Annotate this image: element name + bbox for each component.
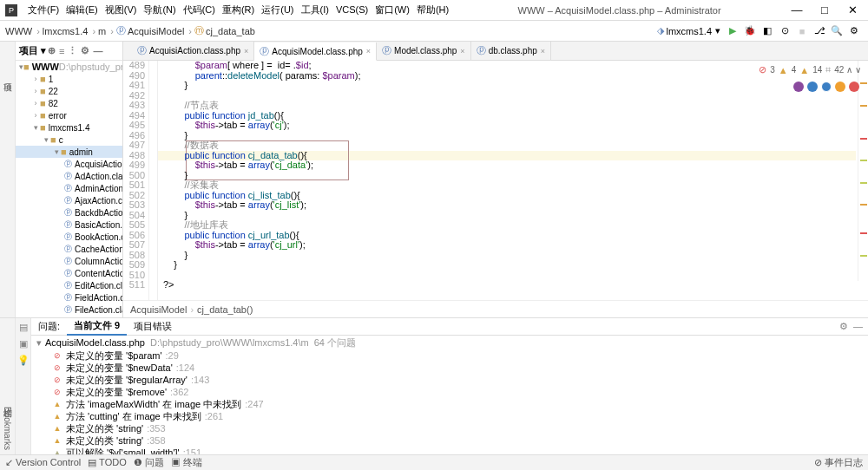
problem-row[interactable]: ▲可以解除 '$v['small_width']':151 xyxy=(31,447,868,454)
editor-breadcrumb: AcquisiModel › cj_data_tab() xyxy=(123,300,868,317)
nav-crumb[interactable]: cj_data_tab xyxy=(206,26,255,36)
problem-row[interactable]: ▲未定义的类 'string':353 xyxy=(31,422,868,434)
problem-row[interactable]: ▲未定义的类 'string':358 xyxy=(31,434,868,447)
problem-row[interactable]: ⊘未定义的变量 '$newData':124 xyxy=(31,362,868,374)
settings-icon[interactable]: ⚙ xyxy=(847,24,861,38)
project-header: 项目 ▾ ⊕ ≡ ⋮ ⚙ — xyxy=(16,42,122,61)
menu-item[interactable]: 工具(I) xyxy=(298,4,332,15)
minimap[interactable] xyxy=(858,61,868,281)
problems-tab[interactable]: 项目错误 xyxy=(127,318,179,336)
nav-crumb[interactable]: AcquisiModel xyxy=(128,26,184,36)
debug-icon[interactable]: 🐞 xyxy=(743,24,757,38)
minimize-button[interactable]: — xyxy=(786,3,807,16)
tree-row[interactable]: ⓟAdAction.class.php xyxy=(16,170,122,182)
problems-tab[interactable]: 当前文件 9 xyxy=(67,318,127,336)
window-title: WWW – AcquisiModel.class.php – Administr… xyxy=(452,5,786,16)
tree-row[interactable]: ›■82 xyxy=(16,97,122,109)
profile-icon[interactable]: ⊙ xyxy=(778,24,792,38)
problems-tab[interactable]: 问题: xyxy=(31,318,67,336)
hide-icon[interactable]: — xyxy=(93,46,102,56)
editor-tab[interactable]: ⓟAcquisiModel.class.php× xyxy=(254,42,377,61)
search-icon[interactable]: 🔍 xyxy=(830,24,844,38)
editor-area: ⓟAcquisiAction.class.php×ⓟAcquisiModel.c… xyxy=(123,42,868,317)
tree-row[interactable]: ⓟCacheAction.class.ph xyxy=(16,243,122,255)
problems-tabs: 问题: 当前文件 9 项目错误 ⚙ — xyxy=(31,318,868,336)
browser-icons[interactable] xyxy=(793,82,859,92)
menu-item[interactable]: 视图(V) xyxy=(102,4,141,15)
tool-tab[interactable]: ▤ TODO xyxy=(88,457,126,468)
tool-tab[interactable]: ▣ 终端 xyxy=(171,456,202,469)
tree-row[interactable]: ▾■lmxcms1.4 xyxy=(16,121,122,134)
tree-row[interactable]: ⓟAcquisiAction.class.p xyxy=(16,158,122,170)
bulb-icon[interactable]: 💡 xyxy=(17,355,30,366)
expand-icon[interactable]: ▤ xyxy=(19,322,28,333)
tree-row[interactable]: ›■error xyxy=(16,109,122,121)
problem-file-path: D:\phpstudy_pro\WWW\lmxcms1.4\m xyxy=(150,337,309,348)
problem-row[interactable]: ⊘未定义的变量 '$param':29 xyxy=(31,349,868,362)
hide-icon[interactable]: — xyxy=(853,321,863,332)
menu-item[interactable]: 编辑(E) xyxy=(62,4,102,15)
tool-tab[interactable]: ❶ 问题 xyxy=(134,456,164,469)
tree-row[interactable]: ⓟBasicAction.class.ph xyxy=(16,219,122,231)
collapse-icon[interactable]: ≡ xyxy=(59,46,64,56)
run-config[interactable]: lmxcms1.4 xyxy=(666,26,712,36)
tree-row[interactable]: ⓟBookAction.class.ph xyxy=(16,231,122,243)
nav-crumb[interactable]: WWW xyxy=(5,26,32,36)
settings-icon[interactable]: ⚙ xyxy=(839,321,848,332)
menu-item[interactable]: 代码(C) xyxy=(180,4,219,15)
editor-tab[interactable]: ⓟModel.class.php× xyxy=(377,42,471,60)
close-button[interactable]: ✕ xyxy=(842,3,863,16)
nav-toolbar: WWW› lmxcms1.4› m› ⓟ AcquisiModel› ⓜ cj_… xyxy=(0,21,868,42)
problem-count: 64 个问题 xyxy=(314,336,356,349)
tree-row[interactable]: ▾■WWW D:\phpstudy_pro\WWW xyxy=(16,61,122,73)
maximize-button[interactable]: □ xyxy=(814,3,835,16)
main-menu: 文件(F)编辑(E)视图(V)导航(N)代码(C)重构(R)运行(U)工具(I)… xyxy=(24,3,452,16)
tree-row[interactable]: ⓟBackdbAction.class.p xyxy=(16,206,122,219)
menu-item[interactable]: 导航(N) xyxy=(140,4,179,15)
run-icon[interactable]: ▶ xyxy=(726,24,740,38)
menu-item[interactable]: VCS(S) xyxy=(332,4,372,15)
problem-row[interactable]: ⊘未定义的变量 '$regularArray':143 xyxy=(31,374,868,386)
editor-tab[interactable]: ⓟAcquisiAction.class.php× xyxy=(132,42,254,60)
nav-crumb[interactable]: m xyxy=(98,26,106,36)
problem-row[interactable]: ▲方法 'imageMaxWidth' 在 image 中未找到:247 xyxy=(31,398,868,410)
line-numbers: 4894904914924934944954964974984995005015… xyxy=(123,61,149,300)
tree-row[interactable]: ›■22 xyxy=(16,85,122,97)
problem-file-name: AcquisiModel.class.php xyxy=(45,337,145,348)
problem-row[interactable]: ▲方法 'cutting' 在 image 中未找到:261 xyxy=(31,410,868,422)
select-opened-icon[interactable]: ⊕ xyxy=(48,45,56,56)
tool-tab[interactable]: ↙ Version Control xyxy=(5,457,81,468)
breadcrumb-item[interactable]: cj_data_tab() xyxy=(197,304,253,315)
settings-icon[interactable]: ⚙ xyxy=(81,45,89,56)
inspection-summary[interactable]: ⊘3 ▲4 ▲14 ⌗42 ∧ ∨ xyxy=(759,64,861,75)
tree-row[interactable]: ▾■c xyxy=(16,134,122,146)
tree-row[interactable]: ▾■admin xyxy=(16,146,122,158)
title-bar: P 文件(F)编辑(E)视图(V)导航(N)代码(C)重构(R)运行(U)工具(… xyxy=(0,0,868,21)
menu-item[interactable]: 重构(R) xyxy=(219,4,258,15)
filter-icon[interactable]: ▣ xyxy=(19,338,28,349)
menu-item[interactable]: 帮助(H) xyxy=(413,4,452,15)
problem-row[interactable]: ⊘未定义的变量 '$remove':362 xyxy=(31,386,868,398)
event-log-tab[interactable]: ⊘ 事件日志 xyxy=(814,456,863,469)
stop-icon[interactable]: ■ xyxy=(795,24,809,38)
menu-item[interactable]: 窗口(W) xyxy=(372,4,413,15)
problem-file-row[interactable]: ▾ AcquisiModel.class.php D:\phpstudy_pro… xyxy=(31,336,868,349)
options-icon[interactable]: ⋮ xyxy=(68,45,77,56)
tree-row[interactable]: ⓟContentAction.class. xyxy=(16,267,122,279)
breadcrumb-item[interactable]: AcquisiModel xyxy=(130,304,187,315)
tree-row[interactable]: ⓟAdminAction.class.ph xyxy=(16,182,122,194)
menu-item[interactable]: 运行(U) xyxy=(258,4,297,15)
tree-row[interactable]: ⓟAjaxAction.class.php xyxy=(16,194,122,206)
tree-row[interactable]: ›■1 xyxy=(16,73,122,85)
coverage-icon[interactable]: ◧ xyxy=(760,24,774,38)
tree-row[interactable]: ⓟEditAction.class.php xyxy=(16,279,122,291)
tree-row[interactable]: ⓟFileAction.class.php xyxy=(16,304,122,316)
code-editor[interactable]: $param[ where ] = id= .$id; parent::dele… xyxy=(158,61,868,300)
bookmarks-tab[interactable]: Bookmarks xyxy=(3,407,12,450)
vcs-icon[interactable]: ⎇ xyxy=(812,24,826,38)
nav-crumb[interactable]: lmxcms1.4 xyxy=(43,26,89,36)
editor-tab[interactable]: ⓟdb.class.php× xyxy=(471,42,551,60)
tree-row[interactable]: ⓟColumnAction.class.p xyxy=(16,255,122,267)
tree-row[interactable]: ⓟFieldAction.class.ph xyxy=(16,291,122,304)
menu-item[interactable]: 文件(F) xyxy=(24,4,62,15)
